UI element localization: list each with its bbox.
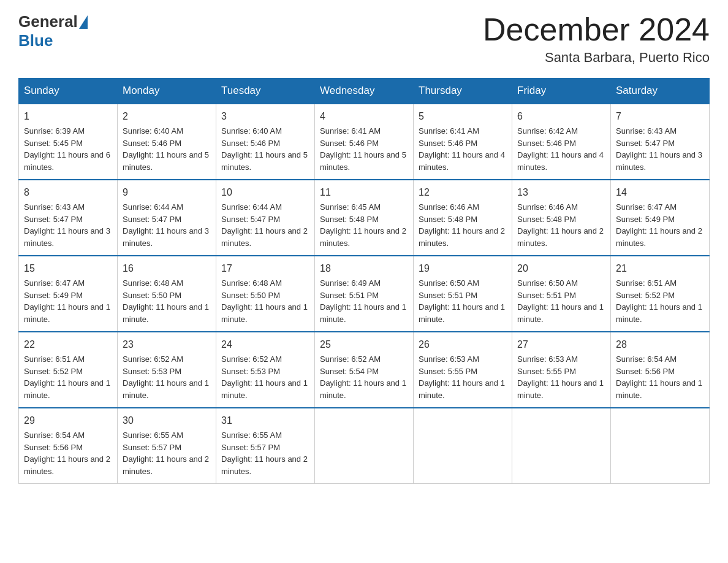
sunset-text: Sunset: 5:56 PM — [24, 442, 112, 454]
sunrise-text: Sunrise: 6:54 AM — [616, 353, 704, 366]
header-cell-friday: Friday — [512, 79, 611, 104]
sunrise-text: Sunrise: 6:49 AM — [320, 277, 408, 289]
sunset-text: Sunset: 5:52 PM — [24, 366, 112, 378]
daylight-text: Daylight: 11 hours and 2 minutes. — [517, 225, 605, 249]
calendar-week-row: 15Sunrise: 6:47 AMSunset: 5:49 PMDayligh… — [19, 256, 710, 332]
day-number: 2 — [123, 109, 211, 124]
calendar-header: SundayMondayTuesdayWednesdayThursdayFrid… — [19, 79, 710, 104]
calendar-week-row: 22Sunrise: 6:51 AMSunset: 5:52 PMDayligh… — [19, 332, 710, 408]
sunset-text: Sunset: 5:57 PM — [221, 442, 309, 454]
daylight-text: Daylight: 11 hours and 2 minutes. — [616, 225, 704, 249]
logo-blue-text: Blue — [18, 31, 53, 50]
header-cell-tuesday: Tuesday — [216, 79, 315, 104]
calendar-cell: 18Sunrise: 6:49 AMSunset: 5:51 PMDayligh… — [315, 256, 414, 332]
daylight-text: Daylight: 11 hours and 1 minute. — [616, 377, 704, 401]
sunset-text: Sunset: 5:47 PM — [24, 213, 112, 226]
daylight-text: Daylight: 11 hours and 1 minute. — [320, 301, 408, 325]
sunset-text: Sunset: 5:46 PM — [419, 137, 507, 150]
daylight-text: Daylight: 11 hours and 2 minutes. — [24, 453, 112, 477]
logo-triangle-icon — [79, 15, 88, 29]
daylight-text: Daylight: 11 hours and 1 minute. — [419, 377, 507, 401]
daylight-text: Daylight: 11 hours and 3 minutes. — [24, 225, 112, 249]
sunrise-text: Sunrise: 6:54 AM — [24, 429, 112, 442]
day-number: 18 — [320, 261, 408, 276]
day-number: 1 — [24, 109, 112, 124]
sunrise-text: Sunrise: 6:47 AM — [24, 277, 112, 289]
daylight-text: Daylight: 11 hours and 4 minutes. — [419, 149, 507, 173]
daylight-text: Daylight: 11 hours and 2 minutes. — [320, 225, 408, 249]
daylight-text: Daylight: 11 hours and 4 minutes. — [517, 149, 605, 173]
sunrise-text: Sunrise: 6:48 AM — [123, 277, 211, 289]
daylight-text: Daylight: 11 hours and 3 minutes. — [616, 149, 704, 173]
sunset-text: Sunset: 5:54 PM — [320, 366, 408, 378]
sunrise-text: Sunrise: 6:52 AM — [123, 353, 211, 366]
day-number: 22 — [24, 337, 112, 352]
sunset-text: Sunset: 5:46 PM — [123, 137, 211, 150]
calendar-cell: 13Sunrise: 6:46 AMSunset: 5:48 PMDayligh… — [512, 180, 611, 256]
calendar-cell: 31Sunrise: 6:55 AMSunset: 5:57 PMDayligh… — [216, 408, 315, 484]
calendar-cell: 8Sunrise: 6:43 AMSunset: 5:47 PMDaylight… — [19, 180, 118, 256]
day-number: 19 — [419, 261, 507, 276]
calendar-cell: 16Sunrise: 6:48 AMSunset: 5:50 PMDayligh… — [118, 256, 216, 332]
calendar-cell: 29Sunrise: 6:54 AMSunset: 5:56 PMDayligh… — [19, 408, 118, 484]
sunset-text: Sunset: 5:47 PM — [123, 213, 211, 226]
sunrise-text: Sunrise: 6:43 AM — [24, 201, 112, 213]
daylight-text: Daylight: 11 hours and 1 minute. — [24, 301, 112, 325]
sunset-text: Sunset: 5:46 PM — [221, 137, 309, 150]
calendar-cell: 17Sunrise: 6:48 AMSunset: 5:50 PMDayligh… — [216, 256, 315, 332]
sunrise-text: Sunrise: 6:46 AM — [419, 201, 507, 213]
sunrise-text: Sunrise: 6:52 AM — [320, 353, 408, 366]
daylight-text: Daylight: 11 hours and 1 minute. — [123, 377, 211, 401]
sunrise-text: Sunrise: 6:48 AM — [221, 277, 309, 289]
calendar-week-row: 1Sunrise: 6:39 AMSunset: 5:45 PMDaylight… — [19, 104, 710, 180]
sunset-text: Sunset: 5:48 PM — [320, 213, 408, 226]
daylight-text: Daylight: 11 hours and 6 minutes. — [24, 149, 112, 173]
day-number: 4 — [320, 109, 408, 124]
month-title: December 2024 — [483, 12, 710, 47]
day-number: 5 — [419, 109, 507, 124]
sunrise-text: Sunrise: 6:44 AM — [123, 201, 211, 213]
sunset-text: Sunset: 5:49 PM — [24, 289, 112, 302]
daylight-text: Daylight: 11 hours and 5 minutes. — [123, 149, 211, 173]
day-number: 21 — [616, 261, 704, 276]
sunset-text: Sunset: 5:48 PM — [419, 213, 507, 226]
day-number: 7 — [616, 109, 704, 124]
daylight-text: Daylight: 11 hours and 5 minutes. — [320, 149, 408, 173]
calendar-cell — [315, 408, 414, 484]
calendar-cell: 2Sunrise: 6:40 AMSunset: 5:46 PMDaylight… — [118, 104, 216, 180]
location-subtitle: Santa Barbara, Puerto Rico — [483, 50, 710, 66]
sunrise-text: Sunrise: 6:42 AM — [517, 125, 605, 137]
day-number: 25 — [320, 337, 408, 352]
sunrise-text: Sunrise: 6:46 AM — [517, 201, 605, 213]
calendar-cell: 24Sunrise: 6:52 AMSunset: 5:53 PMDayligh… — [216, 332, 315, 408]
header-row: SundayMondayTuesdayWednesdayThursdayFrid… — [19, 79, 710, 104]
daylight-text: Daylight: 11 hours and 1 minute. — [517, 301, 605, 325]
sunrise-text: Sunrise: 6:39 AM — [24, 125, 112, 137]
daylight-text: Daylight: 11 hours and 1 minute. — [517, 377, 605, 401]
sunrise-text: Sunrise: 6:55 AM — [221, 429, 309, 442]
header-cell-monday: Monday — [118, 79, 216, 104]
day-number: 30 — [123, 413, 211, 428]
sunrise-text: Sunrise: 6:41 AM — [320, 125, 408, 137]
daylight-text: Daylight: 11 hours and 1 minute. — [221, 301, 309, 325]
day-number: 27 — [517, 337, 605, 352]
calendar-cell: 19Sunrise: 6:50 AMSunset: 5:51 PMDayligh… — [414, 256, 512, 332]
sunset-text: Sunset: 5:52 PM — [616, 289, 704, 302]
sunrise-text: Sunrise: 6:50 AM — [517, 277, 605, 289]
header-cell-sunday: Sunday — [19, 79, 118, 104]
header-cell-thursday: Thursday — [414, 79, 512, 104]
calendar-cell: 9Sunrise: 6:44 AMSunset: 5:47 PMDaylight… — [118, 180, 216, 256]
day-number: 26 — [419, 337, 507, 352]
sunset-text: Sunset: 5:47 PM — [616, 137, 704, 150]
day-number: 29 — [24, 413, 112, 428]
calendar-cell — [414, 408, 512, 484]
sunrise-text: Sunrise: 6:55 AM — [123, 429, 211, 442]
daylight-text: Daylight: 11 hours and 1 minute. — [616, 301, 704, 325]
sunset-text: Sunset: 5:51 PM — [320, 289, 408, 302]
header-cell-wednesday: Wednesday — [315, 79, 414, 104]
sunset-text: Sunset: 5:55 PM — [517, 366, 605, 378]
calendar-week-row: 29Sunrise: 6:54 AMSunset: 5:56 PMDayligh… — [19, 408, 710, 484]
calendar-cell: 21Sunrise: 6:51 AMSunset: 5:52 PMDayligh… — [611, 256, 710, 332]
sunset-text: Sunset: 5:53 PM — [221, 366, 309, 378]
sunrise-text: Sunrise: 6:40 AM — [221, 125, 309, 137]
